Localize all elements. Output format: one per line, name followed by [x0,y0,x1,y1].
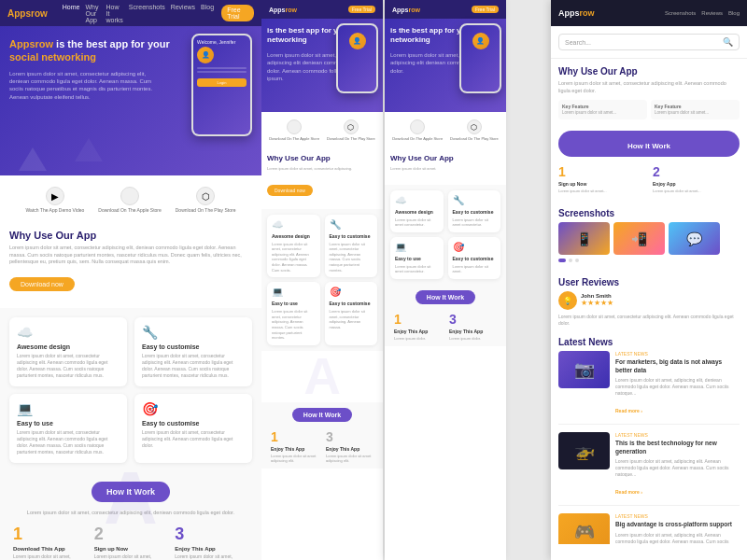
col3-features: ☁️ Awesome design Lorem ipsum dolor sit … [385,185,506,285]
col3-play: ⬡ Download On The Play Store [450,119,499,141]
right-nav-reviews[interactable]: Reviews [701,10,723,16]
phone-mockup: Welcome, Jennifer 👤 Login [191,34,252,136]
col2-logo: Appsrow [269,7,297,13]
nav-screenshots[interactable]: Screenshots [129,4,165,23]
right-how-title-text: How It Work [627,142,670,150]
right-step-1-title: Sign up Now [558,181,645,187]
nav-blog[interactable]: Blog [201,4,214,23]
col2-navbar: Appsrow Free Trial [261,0,383,19]
blog-excerpt-1: Lorem ipsum dolor sit amet, adipiscing e… [615,458,740,478]
nav-home[interactable]: Home [63,4,80,23]
feature-title-0: Awesome design [17,343,120,350]
nav-cta-button[interactable]: Free Trial [221,5,254,21]
col3-feat-2: 🔧 Easy to customise Lorem ipsum dolor si… [448,190,501,232]
review-stars: ★★★★★ [581,299,613,307]
col2-step-1-num: 1 [271,429,318,444]
col2-feat-text-3: Lorem ipsum dolor sit amet, consectetur … [272,309,316,341]
col2-phone: 👤 [336,23,378,93]
col2-step-2: 3 Enjoy This App Lorem ipsum dolor sit a… [326,429,374,463]
reviews-title: User Reviews [551,270,747,291]
blog-post-2: 🎮 LATEST NEWS Big advantage is cross-pla… [558,513,740,544]
blog-title-1[interactable]: This is the best technology for new gene… [615,440,740,455]
main-logo[interactable]: Appsrow [7,8,48,19]
right-feature-label-2: Key Feature [655,104,736,109]
col2-step-1: 1 Enjoy This App Lorem ipsum dolor sit a… [271,429,318,463]
blog-read-more-0[interactable]: Read more › [615,408,642,413]
right-nav-screenshots[interactable]: Screenshots [665,10,696,16]
blog-info-0: LATEST NEWS For marketers, big data is n… [615,351,740,416]
nav-how[interactable]: How It works [106,4,122,23]
col2-feat-4: 🎯 Easy to customise Lorem ipsum dolor si… [325,282,378,345]
feature-text-0: Lorem ipsum dolor sit amet, consectetur … [17,353,120,379]
col2-play: ⬡ Download On The Play Store [327,119,375,141]
col2-feat-text-4: Lorem ipsum dolor sit amet, consectetur … [330,309,374,329]
feature-card-0: ☁️ Awesome design Lorem ipsum dolor sit … [9,317,127,386]
right-why-text: Lorem ipsum dolor sit amet, consectetur … [558,80,740,94]
col3-apple: Download On The Apple Store [392,119,443,141]
col3-feat-title-2: Easy to customise [453,209,497,215]
blog-thumb-2[interactable]: 🎮 [558,513,610,544]
col3-logo: Appsrow [392,7,420,13]
feature-card-2: 💻 Easy to use Lorem ipsum dolor sit amet… [9,394,127,463]
reviewer-info: John Smith ★★★★★ [581,293,613,309]
screenshot-thumb-2[interactable]: 📲 [613,222,665,255]
blog-thumb-1[interactable]: 🚁 [558,432,610,469]
right-navbar: Appsrow Screenshots Reviews Blog [551,0,747,26]
search-box[interactable]: Search... 🔍 [558,34,740,50]
blog-post-1: 🚁 LATEST NEWS This is the best technolog… [558,432,740,506]
step-3-number: 3 [175,525,248,544]
col3-feat-title-4: Easy to customise [453,256,497,261]
col3-why-text: Lorem ipsum dolor sit amet. [390,166,500,172]
col2-feat-title-3: Easy to use [272,301,316,306]
main-hero: Appsrow is the best app for your social … [0,26,261,175]
apple-store-label: Download On The Apple Store [98,207,161,213]
screenshot-thumb-1[interactable]: 📱 [558,222,610,255]
blog-excerpt-0: Lorem ipsum dolor sit amet, adipiscing e… [615,377,740,397]
step-3-title: Enjoy This App [175,546,248,552]
right-why-title: Why Use Our App [551,59,747,80]
blog-category-0: LATEST NEWS [615,351,740,357]
android-icon: ⬡ [196,187,215,205]
nav-reviews[interactable]: Reviews [171,4,195,23]
col2-apple: Download On The Apple Store [269,119,319,141]
right-logo[interactable]: Appsrow [558,8,595,18]
col2-feat-1: ☁️ Awesome design Lorem ipsum dolor sit … [267,215,320,278]
download-now-button[interactable]: Download now [9,277,75,291]
right-nav-blog[interactable]: Blog [728,10,740,16]
right-step-1: 1 Sign up Now Lorem ipsum dolor sit amet… [558,164,645,193]
play-store-item[interactable]: ⬡ Download On The Play Store [176,187,236,213]
col3-how: How It Work 1 Enjoy This App Lorem ipsum… [385,285,506,346]
screenshot-thumb-3[interactable]: 💬 [669,222,720,255]
col2-feat-title-4: Easy to customise [330,301,374,306]
blog-thumb-0[interactable]: 📷 [558,351,610,388]
nav-why[interactable]: Why Our App [85,4,100,23]
search-icon[interactable]: 🔍 [723,37,733,47]
right-feature-2: Key Feature Lorem ipsum dolor sit amet..… [651,100,740,119]
dot-1[interactable] [569,259,572,262]
blog-read-more-1[interactable]: Read more › [615,489,642,495]
apple-icon [120,187,139,205]
blog-thumb-icon-1: 🚁 [574,441,595,461]
phone-login-button[interactable]: Login [197,78,247,87]
col3-feat-title-3: Easy to use [395,256,439,261]
screenshots-title: Screenshots [551,201,747,222]
col2-why: Why Use Our App Lorem ipsum dolor sit am… [261,148,383,209]
dot-active[interactable] [558,259,566,262]
watch-video-item[interactable]: ▶ Watch The App Demo Video [26,187,85,213]
col3-step-1: 1 Enjoy This App Lorem ipsum dolor. [394,312,442,341]
col2-feat-text-1: Lorem ipsum dolor sit amet, consectetur … [272,242,316,273]
right-panel: Appsrow Screenshots Reviews Blog Search.… [551,0,747,560]
feature-title-1: Easy to customise [142,343,245,350]
col3-why: Why Use Our App Lorem ipsum dolor sit am… [385,148,506,185]
cloud-icon: ☁️ [17,325,120,340]
blog-title-2[interactable]: Big advantage is cross-platform support [615,521,740,528]
col3-feat-4: 🎯 Easy to customise Lorem ipsum dolor si… [448,237,501,279]
blog-title-0[interactable]: For marketers, big data is not always be… [615,358,740,374]
screenshot-thumbs: 📱 📲 💬 [558,222,740,255]
col2-target-icon: 🎯 [330,287,374,297]
right-feature-text-1: Lorem ipsum dolor sit amet... [562,110,643,116]
feature-text-3: Lorem ipsum dolor sit amet, consectetur … [142,429,245,449]
dot-2[interactable] [575,259,579,262]
apple-store-item[interactable]: Download On The Apple Store [98,187,161,213]
col3-laptop-icon: 💻 [395,242,439,252]
